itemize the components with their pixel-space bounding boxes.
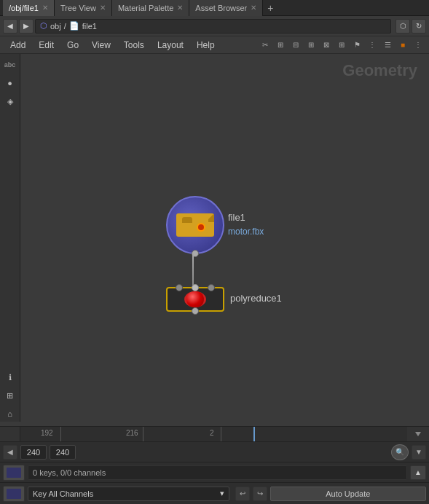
key-all-channels-label: Key All Channels (33, 489, 93, 498)
menu-icon-group: ✂ ⊞ ⊟ ⊞ ⊠ ⊞ ⚑ ⋮ ☰ ■ ⋮ (259, 39, 425, 52)
polyreduce1-label: polyreduce1 (230, 293, 282, 304)
node-icon[interactable]: ⊞ (335, 39, 348, 52)
timeline-tick-216 (143, 427, 143, 441)
frame-start-input[interactable]: 240 (20, 445, 47, 460)
bottom-row-keys: 0 keys, 0/0 channels ▲ (0, 462, 429, 483)
file1-node[interactable]: file1 motor.fbx (166, 196, 224, 254)
polyreduce1-top-connectors (176, 284, 215, 291)
tab-label-obj-file1: /obj/file1 (9, 4, 39, 12)
polyreduce1-output-connector[interactable] (192, 307, 199, 315)
tab-close-tree-view[interactable]: ✕ (100, 4, 106, 12)
up-arrow-button[interactable]: ▲ (410, 465, 426, 480)
grid3-icon[interactable]: ⊠ (320, 39, 333, 52)
tab-close-obj-file1[interactable]: ✕ (42, 4, 48, 12)
breadcrumb-file-icon: 📄 (69, 21, 79, 31)
breadcrumb-obj: obj (50, 22, 61, 31)
toolbar-icons: ⬡ ↻ (395, 19, 426, 34)
grid-icon[interactable]: ⊟ (289, 39, 302, 52)
forward-button[interactable]: ▶ (19, 19, 34, 34)
menu-add[interactable]: Add (4, 39, 31, 52)
tab-bar: /obj/file1 ✕ Tree View ✕ Material Palett… (0, 0, 429, 16)
tab-label-tree-view: Tree View (60, 4, 96, 12)
redo-button[interactable]: ↪ (253, 487, 267, 501)
grid-snap-icon[interactable]: ⊞ (274, 39, 287, 52)
file1-label: file1 (228, 212, 245, 223)
menu-view[interactable]: View (86, 39, 117, 52)
auto-update-button[interactable]: Auto Update (270, 487, 427, 501)
timeline-mark-192: 192 (41, 429, 53, 437)
timeline-mark-2: 2 (210, 429, 214, 437)
flag-icon[interactable]: ⚑ (350, 39, 363, 52)
tab-obj-file1[interactable]: /obj/file1 ✕ (3, 0, 55, 16)
frame-start-value: 240 (27, 448, 40, 457)
file1-node-circle (166, 196, 224, 254)
scissors-icon[interactable]: ✂ (259, 39, 272, 52)
refresh-button[interactable]: ↻ (412, 19, 426, 34)
timeline-ruler[interactable]: 192 216 2 (20, 427, 429, 441)
tab-close-material-palette[interactable]: ✕ (177, 4, 183, 12)
timeline-playhead[interactable] (253, 427, 255, 441)
left-icon-info[interactable]: ℹ (2, 369, 18, 385)
grid2-icon[interactable]: ⊞ (304, 39, 318, 52)
menu-edit[interactable]: Edit (33, 39, 60, 52)
left-icon-grid[interactable]: ⊞ (2, 387, 18, 403)
file1-node-icon (176, 213, 214, 237)
prev-frame-icon[interactable]: ◀ (3, 445, 17, 460)
left-icon-dot[interactable]: ● (2, 75, 18, 91)
tab-tree-view[interactable]: Tree View ✕ (55, 0, 112, 16)
list-icon[interactable]: ☰ (381, 39, 394, 52)
undo-button[interactable]: ↩ (235, 487, 250, 501)
breadcrumb-icon: ⬡ (40, 21, 47, 31)
left-icon-geo[interactable]: ◈ (2, 93, 18, 109)
left-icon-abc[interactable]: abc (2, 57, 18, 73)
timeline-mark-216: 216 (126, 429, 138, 437)
polyreduce1-input-right[interactable] (208, 284, 215, 291)
tab-label-asset-browser: Asset Browser (195, 4, 247, 12)
left-panel: abc ● ◈ ℹ ⊞ ⌂ (0, 54, 20, 422)
tab-asset-browser[interactable]: Asset Browser ✕ (189, 0, 263, 16)
timeline-tick-192 (60, 427, 61, 441)
menu-bar: Add Edit Go View Tools Layout Help ✂ ⊞ ⊟… (0, 36, 429, 54)
polyreduce1-node[interactable]: polyreduce1 (166, 287, 224, 312)
bookmark-button[interactable]: ⬡ (395, 19, 410, 34)
geometry-label: Geometry (342, 61, 417, 80)
timeline-tick-2 (221, 427, 221, 441)
bottom-row-frames: ◀ 240 240 🔍 ▼ (0, 442, 429, 462)
polyreduce1-box (166, 287, 224, 312)
tab-material-palette[interactable]: Material Palette ✕ (112, 0, 189, 16)
bottom-row-keyall: Key All Channels ▾ ↩ ↪ Auto Update (0, 483, 429, 504)
node-connection-line (192, 253, 194, 286)
left-icon-home[interactable]: ⌂ (2, 406, 18, 422)
dropdown-arrow[interactable]: ▼ (412, 445, 426, 460)
menu-layout[interactable]: Layout (151, 39, 189, 52)
key-all-channels-dropdown[interactable]: Key All Channels ▾ (28, 487, 229, 501)
tab-close-asset-browser[interactable]: ✕ (251, 4, 256, 12)
frame-end-value: 240 (56, 448, 69, 457)
extra-icon[interactable]: ⋮ (412, 39, 425, 52)
back-button[interactable]: ◀ (3, 19, 17, 34)
polyreduce1-input-left[interactable] (176, 284, 183, 291)
tab-add-button[interactable]: + (263, 2, 278, 14)
tab-label-material-palette: Material Palette (118, 4, 173, 12)
menu-go[interactable]: Go (61, 39, 84, 52)
node-editor[interactable]: abc ● ◈ ℹ ⊞ ⌂ Geometry file1 motor.fbx (0, 54, 429, 422)
frame-end-input[interactable]: 240 (50, 445, 76, 460)
timeline-scroll-down[interactable] (415, 432, 421, 436)
breadcrumb[interactable]: ⬡ obj / 📄 file1 (35, 19, 391, 34)
keys-channels-text: 0 keys, 0/0 channels (33, 468, 106, 477)
search-pan-button[interactable]: 🔍 (391, 444, 409, 460)
timeline-bar[interactable]: 192 216 2 (0, 426, 429, 442)
channel-thumb-icon[interactable] (3, 465, 25, 481)
breadcrumb-file: file1 (82, 22, 97, 31)
dots-icon[interactable]: ⋮ (366, 39, 379, 52)
menu-help[interactable]: Help (191, 39, 221, 52)
channel-thumb-icon2[interactable] (3, 486, 25, 502)
color-icon[interactable]: ■ (396, 39, 409, 52)
menu-tools[interactable]: Tools (118, 39, 150, 52)
file1-sublabel: motor.fbx (228, 227, 264, 237)
polyreduce1-input-mid[interactable] (192, 284, 199, 291)
dropdown-chevron-icon: ▾ (220, 489, 224, 498)
auto-update-label: Auto Update (326, 489, 370, 498)
toolbar: ◀ ▶ ⬡ obj / 📄 file1 ⬡ ↻ (0, 16, 429, 36)
polyreduce1-icon (184, 291, 206, 307)
